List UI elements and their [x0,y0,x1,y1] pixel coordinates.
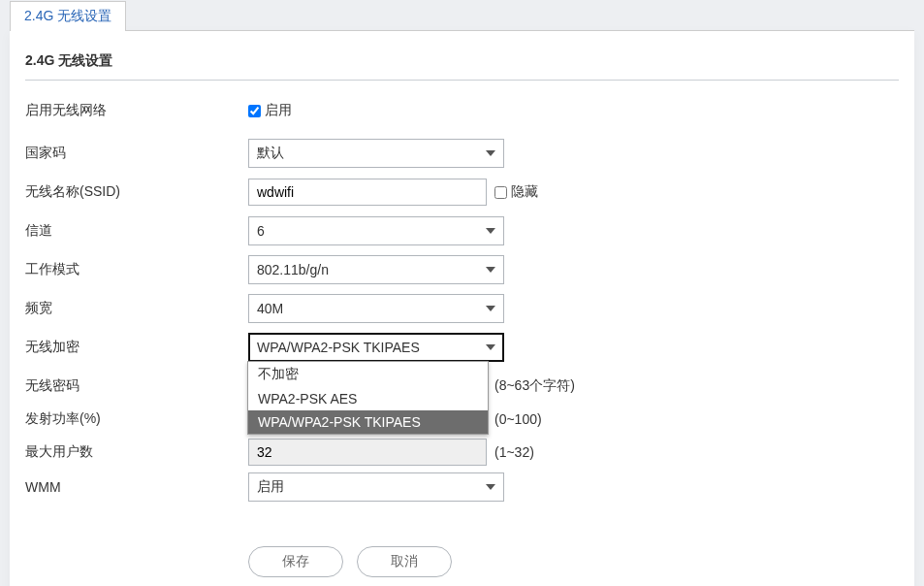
select-wmm[interactable]: 启用 [248,472,504,502]
select-country-code[interactable]: 默认 [248,139,504,168]
select-channel-value: 6 [257,223,265,239]
label-bandwidth: 频宽 [25,300,248,317]
label-enable-wireless: 启用无线网络 [25,102,248,119]
select-encryption[interactable]: WPA/WPA2-PSK TKIPAES [248,333,504,362]
label-hide-ssid: 隐藏 [511,183,538,201]
input-ssid[interactable] [248,179,487,206]
dropdown-encryption: 不加密 WPA2-PSK AES WPA/WPA2-PSK TKIPAES [247,361,489,435]
select-bandwidth[interactable]: 40M [248,294,504,323]
select-country-value: 默认 [257,145,284,162]
chevron-down-icon [486,484,495,490]
label-country-code: 国家码 [25,145,248,162]
chevron-down-icon [486,267,495,273]
cancel-button[interactable]: 取消 [357,546,452,577]
checkbox-enable-label: 启用 [265,102,292,119]
label-encryption: 无线加密 [25,339,248,356]
tab-label: 2.4G 无线设置 [24,8,112,23]
chevron-down-icon [486,344,495,350]
select-bandwidth-value: 40M [257,301,283,316]
hint-password: (8~63个字符) [494,377,575,395]
input-max-users[interactable] [248,439,487,466]
hint-tx-power: (0~100) [494,411,542,427]
option-wpa2-psk-aes[interactable]: WPA2-PSK AES [248,387,488,410]
label-password: 无线密码 [25,377,248,395]
select-work-mode[interactable]: 802.11b/g/n [248,255,504,284]
label-wmm: WMM [25,479,248,495]
select-encryption-value: WPA/WPA2-PSK TKIPAES [257,340,420,355]
select-wmm-value: 启用 [257,478,284,496]
select-work-mode-value: 802.11b/g/n [257,262,329,277]
label-ssid: 无线名称(SSID) [25,183,248,201]
checkbox-hide-ssid[interactable] [494,186,507,199]
save-button[interactable]: 保存 [248,546,343,577]
label-tx-power: 发射功率(%) [25,410,248,428]
divider [25,80,899,81]
chevron-down-icon [486,306,495,311]
chevron-down-icon [486,228,495,234]
select-channel[interactable]: 6 [248,216,504,245]
checkbox-enable-wireless[interactable] [248,105,261,117]
tab-24g-wireless[interactable]: 2.4G 无线设置 [10,1,126,31]
label-work-mode: 工作模式 [25,261,248,278]
settings-panel: 2.4G 无线设置 启用无线网络 启用 国家码 默认 无线名称(SSID) [10,30,914,586]
section-title: 2.4G 无线设置 [25,43,899,74]
chevron-down-icon [486,150,495,156]
hint-max-users: (1~32) [494,444,534,460]
label-channel: 信道 [25,222,248,240]
option-no-encryption[interactable]: 不加密 [248,362,488,387]
option-wpa-wpa2-psk-tkipaes[interactable]: WPA/WPA2-PSK TKIPAES [248,410,488,434]
label-max-users: 最大用户数 [25,443,248,461]
